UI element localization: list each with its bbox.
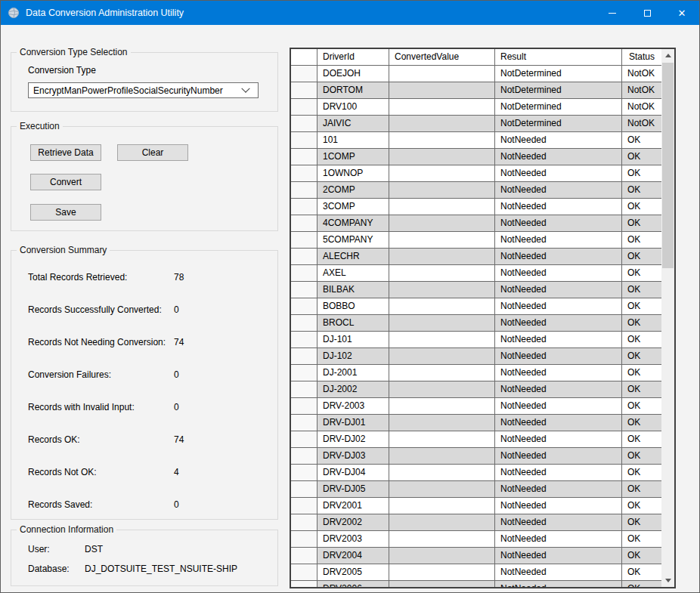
driverid-cell[interactable]: DJ-102: [317, 348, 389, 364]
convertedvalue-cell[interactable]: [389, 82, 495, 98]
convertedvalue-cell[interactable]: [389, 514, 495, 530]
result-cell[interactable]: NotNeeded: [495, 182, 622, 198]
column-header-convertedvalue[interactable]: ConvertedValue: [389, 49, 495, 65]
convertedvalue-cell[interactable]: [389, 365, 495, 381]
status-cell[interactable]: OK: [622, 548, 661, 564]
row-header-cell[interactable]: [291, 282, 317, 298]
status-cell[interactable]: NotOK: [622, 99, 661, 115]
status-cell[interactable]: OK: [622, 249, 661, 264]
grid-row[interactable]: 101NotNeededOK: [291, 132, 661, 149]
grid-row[interactable]: DRV2002NotNeededOK: [291, 514, 661, 531]
convertedvalue-cell[interactable]: [389, 165, 495, 181]
result-cell[interactable]: NotNeeded: [495, 165, 622, 181]
status-cell[interactable]: OK: [622, 398, 661, 414]
convertedvalue-cell[interactable]: [389, 348, 495, 364]
status-cell[interactable]: OK: [622, 348, 661, 364]
grid-row[interactable]: DJ-2001NotNeededOK: [291, 365, 661, 381]
status-cell[interactable]: OK: [622, 481, 661, 497]
row-header-cell[interactable]: [291, 348, 317, 364]
result-cell[interactable]: NotNeeded: [495, 348, 622, 364]
grid-row[interactable]: AXELNotNeededOK: [291, 265, 661, 282]
row-header-cell[interactable]: [291, 398, 317, 414]
grid-row[interactable]: JAIVICNotDeterminedNotOK: [291, 116, 661, 132]
result-cell[interactable]: NotNeeded: [495, 315, 622, 331]
row-header-cell[interactable]: [291, 298, 317, 314]
row-header-cell[interactable]: [291, 448, 317, 464]
row-header-cell[interactable]: [291, 481, 317, 497]
grid-row[interactable]: DRV2004NotNeededOK: [291, 548, 661, 564]
convertedvalue-cell[interactable]: [389, 182, 495, 198]
status-cell[interactable]: OK: [622, 564, 661, 580]
driverid-cell[interactable]: DRV-2003: [317, 398, 389, 414]
grid-row[interactable]: DRV100NotDeterminedNotOK: [291, 99, 661, 116]
result-cell[interactable]: NotNeeded: [495, 548, 622, 564]
grid-row[interactable]: DRV2006NotNeededOK: [291, 581, 661, 587]
driverid-cell[interactable]: AXEL: [317, 265, 389, 281]
result-cell[interactable]: NotNeeded: [495, 149, 622, 165]
status-cell[interactable]: OK: [622, 365, 661, 381]
row-header-cell[interactable]: [291, 182, 317, 198]
result-cell[interactable]: NotNeeded: [495, 282, 622, 298]
convertedvalue-cell[interactable]: [389, 398, 495, 414]
result-cell[interactable]: NotNeeded: [495, 215, 622, 231]
convertedvalue-cell[interactable]: [389, 315, 495, 331]
grid-row[interactable]: 3COMPNotNeededOK: [291, 199, 661, 215]
status-cell[interactable]: NotOK: [622, 116, 661, 131]
row-header-cell[interactable]: [291, 465, 317, 480]
result-cell[interactable]: NotNeeded: [495, 332, 622, 347]
convertedvalue-cell[interactable]: [389, 215, 495, 231]
result-cell[interactable]: NotNeeded: [495, 514, 622, 530]
grid-row[interactable]: DJ-102NotNeededOK: [291, 348, 661, 365]
row-header-cell[interactable]: [291, 581, 317, 587]
row-header-cell[interactable]: [291, 82, 317, 98]
result-cell[interactable]: NotNeeded: [495, 431, 622, 447]
grid-row[interactable]: DRV2001NotNeededOK: [291, 498, 661, 514]
row-header-cell[interactable]: [291, 66, 317, 82]
convertedvalue-cell[interactable]: [389, 465, 495, 480]
grid-row[interactable]: 2COMPNotNeededOK: [291, 182, 661, 199]
row-header-cell[interactable]: [291, 165, 317, 181]
status-cell[interactable]: OK: [622, 381, 661, 397]
grid-row[interactable]: DRV-2003NotNeededOK: [291, 398, 661, 415]
result-cell[interactable]: NotNeeded: [495, 199, 622, 215]
grid-row[interactable]: BROCLNotNeededOK: [291, 315, 661, 332]
grid-row[interactable]: DRV-DJ05NotNeededOK: [291, 481, 661, 498]
driverid-cell[interactable]: 1OWNOP: [317, 165, 389, 181]
result-cell[interactable]: NotNeeded: [495, 564, 622, 580]
status-cell[interactable]: OK: [622, 215, 661, 231]
close-button[interactable]: ✕: [664, 1, 699, 25]
row-header-cell[interactable]: [291, 365, 317, 381]
convertedvalue-cell[interactable]: [389, 498, 495, 514]
result-cell[interactable]: NotNeeded: [495, 381, 622, 397]
status-cell[interactable]: OK: [622, 199, 661, 215]
driverid-cell[interactable]: DRV-DJ05: [317, 481, 389, 497]
grid-row[interactable]: DRV2005NotNeededOK: [291, 564, 661, 581]
grid-row[interactable]: DRV-DJ04NotNeededOK: [291, 465, 661, 481]
driverid-cell[interactable]: DRV2004: [317, 548, 389, 564]
convertedvalue-cell[interactable]: [389, 282, 495, 298]
grid-row[interactable]: 4COMPANYNotNeededOK: [291, 215, 661, 232]
clear-button[interactable]: Clear: [117, 144, 188, 161]
grid-row[interactable]: DRV-DJ01NotNeededOK: [291, 415, 661, 431]
driverid-cell[interactable]: 1COMP: [317, 149, 389, 165]
row-header-cell[interactable]: [291, 498, 317, 514]
result-cell[interactable]: NotNeeded: [495, 298, 622, 314]
driverid-cell[interactable]: DJ-2002: [317, 381, 389, 397]
status-cell[interactable]: OK: [622, 315, 661, 331]
status-cell[interactable]: OK: [622, 514, 661, 530]
row-header-cell[interactable]: [291, 431, 317, 447]
status-cell[interactable]: OK: [622, 448, 661, 464]
result-cell[interactable]: NotDetermined: [495, 82, 622, 98]
convertedvalue-cell[interactable]: [389, 448, 495, 464]
status-cell[interactable]: NotOK: [622, 66, 661, 82]
convertedvalue-cell[interactable]: [389, 431, 495, 447]
row-header-cell[interactable]: [291, 149, 317, 165]
status-cell[interactable]: NotOK: [622, 82, 661, 98]
status-cell[interactable]: OK: [622, 232, 661, 248]
result-cell[interactable]: NotNeeded: [495, 531, 622, 547]
grid-row[interactable]: BOBBONotNeededOK: [291, 298, 661, 315]
driverid-cell[interactable]: DRV2003: [317, 531, 389, 547]
status-cell[interactable]: OK: [622, 465, 661, 480]
driverid-cell[interactable]: DRV2006: [317, 581, 389, 587]
result-cell[interactable]: NotDetermined: [495, 99, 622, 115]
